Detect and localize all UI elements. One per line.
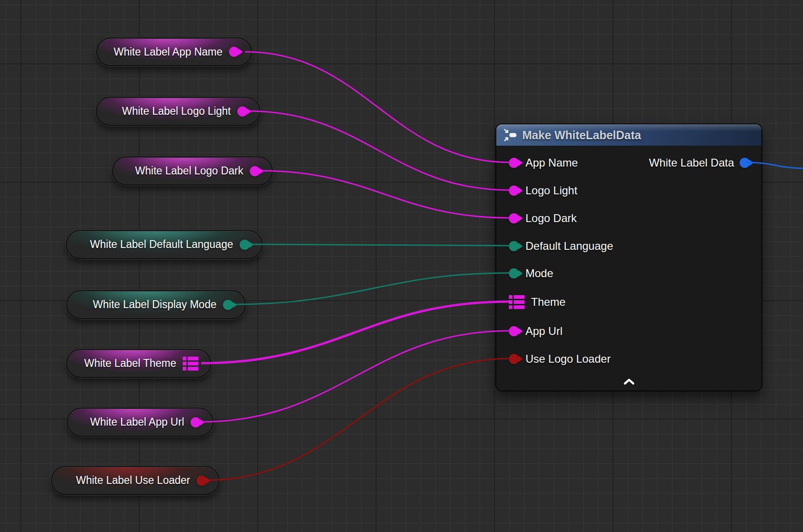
input-row-default-language: Default Language [509, 237, 613, 255]
pin-label: Default Language [525, 240, 613, 253]
wire-0[interactable] [245, 52, 510, 162]
input-row-use-logo-loader: Use Logo Loader [509, 350, 611, 368]
input-pin[interactable] [509, 213, 519, 223]
input-pin[interactable] [509, 158, 519, 168]
input-row-app-url: App Url [509, 322, 562, 340]
node-white-label-logo-dark[interactable]: White Label Logo Dark [112, 156, 273, 186]
output-pin[interactable] [191, 417, 201, 427]
struct-grid-pin[interactable] [509, 295, 525, 309]
node-white-label-display-mode[interactable]: White Label Display Mode [66, 290, 246, 319]
node-label: White Label App Name [114, 46, 222, 58]
pin-label: App Url [525, 325, 562, 338]
node-white-label-use-loader[interactable]: White Label Use Loader [51, 466, 220, 495]
wire-2[interactable] [259, 171, 510, 218]
input-pin[interactable] [509, 241, 519, 251]
node-label: White Label Use Loader [76, 474, 190, 487]
output-pin[interactable] [223, 300, 233, 310]
node-white-label-default-language[interactable]: White Label Default Language [66, 230, 263, 259]
struct-grid-pin[interactable] [183, 357, 198, 371]
output-pin[interactable] [250, 166, 260, 176]
wire-3[interactable] [253, 244, 510, 246]
node-label: White Label Logo Dark [135, 165, 243, 177]
wire-6[interactable] [200, 331, 510, 422]
pin-label: Logo Light [525, 184, 577, 197]
pin-label: Use Logo Loader [525, 353, 611, 365]
pin-label: Logo Dark [525, 212, 577, 225]
node-make-whitelabeldata[interactable]: Make WhiteLabelData App NameLogo LightLo… [496, 124, 762, 391]
output-row-white-label-data: White Label Data [649, 154, 750, 172]
node-white-label-app-url[interactable]: White Label App Url [67, 408, 214, 437]
output-pin[interactable] [229, 47, 239, 57]
input-row-logo-dark: Logo Dark [509, 209, 577, 228]
input-pin[interactable] [509, 268, 519, 278]
node-white-label-app-name[interactable]: White Label App Name [96, 37, 252, 66]
output-pin[interactable] [240, 240, 250, 250]
wire-1[interactable] [247, 111, 510, 190]
collapse-button[interactable] [623, 378, 636, 387]
input-row-theme: Theme [509, 293, 566, 311]
blueprint-canvas[interactable]: Make WhiteLabelData App NameLogo LightLo… [0, 0, 803, 532]
node-label: White Label Display Mode [93, 298, 216, 311]
pin-label: App Name [525, 156, 578, 169]
input-row-mode: Mode [509, 264, 553, 283]
input-pin[interactable] [509, 326, 519, 336]
input-row-app-name: App Name [509, 154, 578, 172]
node-label: White Label Logo Light [122, 105, 231, 118]
output-pin[interactable] [197, 476, 207, 486]
input-pin[interactable] [509, 354, 519, 364]
input-row-logo-light: Logo Light [509, 181, 577, 200]
node-white-label-theme[interactable]: White Label Theme [66, 349, 211, 378]
node-title: Make WhiteLabelData [522, 129, 641, 142]
make-struct-icon [503, 128, 517, 142]
pin-label: Theme [531, 296, 566, 309]
pin-label: Mode [525, 267, 553, 280]
chevron-up-icon [623, 378, 636, 385]
node-white-label-logo-light[interactable]: White Label Logo Light [96, 97, 260, 126]
wire-7[interactable] [206, 359, 510, 480]
output-pin[interactable] [740, 158, 750, 168]
node-label: White Label App Url [90, 416, 184, 428]
node-label: White Label Theme [84, 357, 176, 370]
output-pin[interactable] [237, 106, 247, 117]
node-header[interactable]: Make WhiteLabelData [496, 124, 761, 146]
wire-4[interactable] [233, 273, 510, 304]
wire-5[interactable] [201, 302, 509, 363]
node-label: White Label Default Language [90, 238, 233, 251]
input-pin[interactable] [509, 186, 519, 196]
pin-label: White Label Data [649, 156, 734, 169]
